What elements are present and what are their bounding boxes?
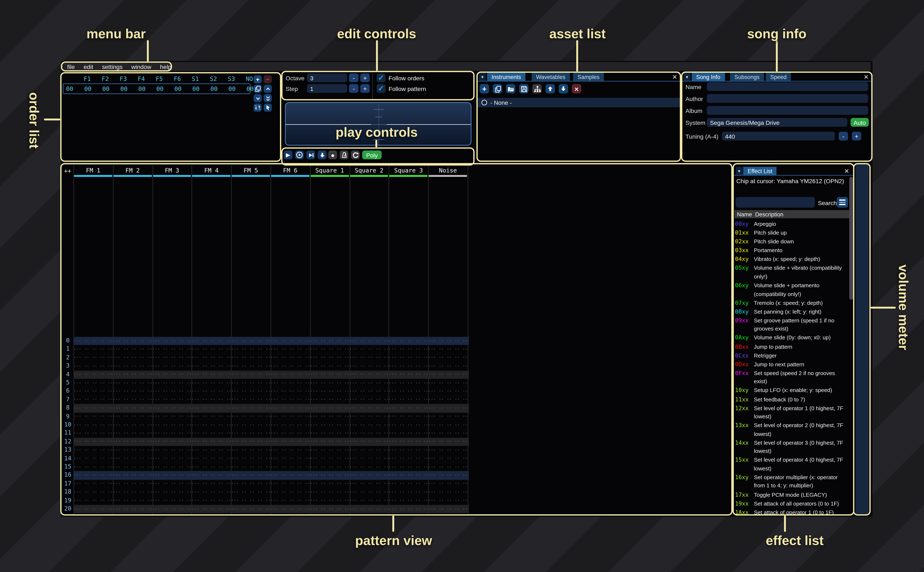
tab-instruments[interactable]: Instruments xyxy=(487,73,525,81)
pattern-cell[interactable]: ··· ·· ·· ·· ·· xyxy=(428,480,467,488)
asset-list-collapse-button[interactable]: ▼ xyxy=(479,73,486,81)
effect-row[interactable]: 0FxxSet speed (speed 2 if no grooves exi… xyxy=(735,369,851,386)
pattern-cell[interactable]: ··· ·· ·· ·· ·· xyxy=(310,396,349,404)
pattern-cell[interactable]: ··· ·· ·· ·· ·· xyxy=(271,337,310,345)
pattern-cell[interactable]: ··· ·· ·· ·· ·· xyxy=(349,345,389,354)
order-column-S3[interactable]: S3 xyxy=(225,75,238,82)
pattern-cell[interactable]: ··· ·· ·· ·· ·· xyxy=(192,446,231,454)
tab-wavetables[interactable]: Wavetables xyxy=(532,73,570,81)
pattern-cell[interactable]: ··· ·· ·· ·· ·· xyxy=(310,454,349,463)
order-row-selected[interactable]: 0000000000000000000000 xyxy=(63,84,251,94)
pattern-row[interactable]: 7··· ·· ·· ·· ····· ·· ·· ·· ····· ·· ··… xyxy=(62,396,731,404)
pattern-cell[interactable]: ··· ·· ·· ·· ·· xyxy=(389,387,428,396)
pattern-cell[interactable]: ··· ·· ·· ·· ·· xyxy=(231,471,271,480)
pattern-cell[interactable]: ··· ·· ·· ·· ·· xyxy=(349,404,389,412)
pattern-cell[interactable]: ··· ·· ·· ·· ·· xyxy=(349,387,389,396)
poly-button[interactable]: Poly xyxy=(362,151,382,159)
effect-row[interactable]: 09xxSet groove pattern (speed 1 if no gr… xyxy=(735,317,851,334)
pattern-cell[interactable]: ··· ·· ·· ·· ·· xyxy=(428,488,467,497)
pattern-cell[interactable]: ··· ·· ·· ·· ·· xyxy=(113,421,152,429)
pattern-cell[interactable]: ··· ·· ·· ·· ·· xyxy=(271,412,310,421)
channel-header-fm-3[interactable]: FM 3 xyxy=(152,167,192,174)
pattern-cell[interactable]: ··· ·· ·· ·· ·· xyxy=(389,379,428,387)
pattern-cell[interactable]: ··· ·· ·· ·· ·· xyxy=(310,370,349,379)
effect-row[interactable]: 03xxPortamento xyxy=(735,247,851,255)
pattern-cell[interactable]: ··· ·· ·· ·· ·· xyxy=(271,387,310,396)
pattern-cell[interactable]: ··· ·· ·· ·· ·· xyxy=(389,505,428,513)
pattern-cell[interactable]: ··· ·· ·· ·· ·· xyxy=(271,379,310,387)
pattern-cell[interactable]: ··· ·· ·· ·· ·· xyxy=(271,370,310,379)
pattern-cell[interactable]: ··· ·· ·· ·· ·· xyxy=(231,505,271,513)
pattern-cell[interactable]: ··· ·· ·· ·· ·· xyxy=(192,404,231,412)
pattern-cell[interactable]: ··· ·· ·· ·· ·· xyxy=(113,438,152,446)
song-info-close-icon[interactable]: × xyxy=(864,74,869,80)
pattern-cell[interactable]: ··· ·· ·· ·· ·· xyxy=(113,497,152,505)
pattern-cell[interactable]: ··· ·· ·· ·· ·· xyxy=(113,354,152,362)
order-column-F4[interactable]: F4 xyxy=(135,75,148,82)
effect-row[interactable]: 12xxSet level of operator 1 (0 highest, … xyxy=(735,404,851,421)
pattern-cell[interactable]: ··· ·· ·· ·· ·· xyxy=(231,480,271,488)
pattern-cell[interactable]: ··· ·· ·· ·· ·· xyxy=(152,412,192,421)
pattern-cell[interactable]: ··· ·· ·· ·· ·· xyxy=(113,370,152,379)
order-column-S1[interactable]: S1 xyxy=(189,75,202,82)
step-increment-button[interactable]: + xyxy=(360,84,370,93)
pattern-cell[interactable]: ··· ·· ·· ·· ·· xyxy=(113,429,152,438)
pattern-cell[interactable]: ··· ·· ·· ·· ·· xyxy=(389,404,428,412)
pattern-cell[interactable]: ··· ·· ·· ·· ·· xyxy=(271,505,310,513)
pattern-row[interactable]: 15··· ·· ·· ·· ····· ·· ·· ·· ····· ·· ·… xyxy=(62,463,731,471)
effect-row[interactable]: 19xxSet attack of all operators (0 to 1F… xyxy=(735,500,851,508)
channel-header-square-3[interactable]: Square 3 xyxy=(389,167,428,174)
effect-row[interactable]: 07xyTremolo (x: speed; y: depth) xyxy=(735,299,851,308)
pattern-cell[interactable]: ··· ·· ·· ·· ·· xyxy=(113,404,152,412)
pattern-cell[interactable]: ··· ·· ·· ·· ·· xyxy=(73,396,113,404)
step-one-row-button[interactable] xyxy=(318,151,326,159)
pattern-row[interactable]: 2··· ·· ·· ·· ····· ·· ·· ·· ····· ·· ··… xyxy=(62,354,731,362)
pattern-cell[interactable]: ··· ·· ·· ·· ·· xyxy=(231,497,271,505)
effect-row[interactable]: 10xySetup LFO (x: enable; y: speed) xyxy=(735,387,851,395)
pattern-cell[interactable]: ··· ·· ·· ·· ·· xyxy=(349,454,389,463)
pattern-cell[interactable]: ··· ·· ·· ·· ·· xyxy=(231,370,271,379)
pattern-cell[interactable]: ··· ·· ·· ·· ·· xyxy=(349,488,389,497)
tab-samples[interactable]: Samples xyxy=(573,73,604,81)
pattern-cell[interactable]: ··· ·· ·· ·· ·· xyxy=(152,471,192,480)
order-cell[interactable]: 00 xyxy=(136,85,148,92)
pattern-cell[interactable]: ··· ·· ·· ·· ·· xyxy=(192,421,231,429)
pattern-cell[interactable]: ··· ·· ·· ·· ·· xyxy=(428,446,467,454)
pattern-row[interactable]: 20··· ·· ·· ·· ····· ·· ·· ·· ····· ·· ·… xyxy=(62,505,731,513)
octave-input[interactable]: 3 xyxy=(307,73,347,82)
order-move-up-button[interactable] xyxy=(263,85,272,93)
pattern-cell[interactable]: ··· ·· ·· ·· ·· xyxy=(310,488,349,497)
pattern-cell[interactable]: ··· ·· ·· ·· ·· xyxy=(231,463,271,471)
tuning-decrement-button[interactable]: - xyxy=(838,132,848,140)
pattern-cell[interactable]: ··· ·· ·· ·· ·· xyxy=(73,337,113,345)
effect-row[interactable]: 15xxSet level of operator 4 (0 highest, … xyxy=(735,456,851,473)
pattern-cell[interactable]: ··· ·· ·· ·· ·· xyxy=(310,387,349,396)
pattern-cell[interactable]: ··· ·· ·· ·· ·· xyxy=(152,337,192,345)
pattern-cell[interactable]: ··· ·· ·· ·· ·· xyxy=(428,463,467,471)
order-remove-button[interactable]: − xyxy=(263,75,272,84)
pattern-cell[interactable]: ··· ·· ·· ·· ·· xyxy=(152,497,192,505)
stop-button[interactable]: ● xyxy=(328,151,337,159)
system-auto-button[interactable]: Auto xyxy=(851,118,869,127)
pattern-cell[interactable]: ··· ·· ·· ·· ·· xyxy=(310,379,349,387)
tab-speed[interactable]: Speed xyxy=(766,73,791,81)
pattern-cell[interactable]: ··· ·· ·· ·· ·· xyxy=(428,471,467,480)
pattern-cell[interactable]: ··· ·· ·· ·· ·· xyxy=(73,345,113,354)
pattern-cell[interactable]: ··· ·· ·· ·· ·· xyxy=(73,354,113,362)
pattern-cell[interactable]: ··· ·· ·· ·· ·· xyxy=(152,429,192,438)
channel-header-fm-2[interactable]: FM 2 xyxy=(113,167,152,174)
pattern-cell[interactable]: ··· ·· ·· ·· ·· xyxy=(428,337,467,345)
pattern-cell[interactable]: ··· ·· ·· ·· ·· xyxy=(73,362,113,370)
pattern-cell[interactable]: ··· ·· ·· ·· ·· xyxy=(310,438,349,446)
order-column-F6[interactable]: F6 xyxy=(171,75,184,82)
effect-row[interactable]: 0DxxJump to next pattern xyxy=(735,361,851,369)
tab-subsongs[interactable]: Subsongs xyxy=(730,73,764,81)
pattern-cell[interactable]: ··· ·· ·· ·· ·· xyxy=(113,463,152,471)
pattern-cell[interactable]: ··· ·· ·· ·· ·· xyxy=(231,345,271,354)
pattern-cell[interactable]: ··· ·· ·· ·· ·· xyxy=(271,396,310,404)
asset-add-button[interactable]: + xyxy=(480,84,489,93)
pattern-cell[interactable]: ··· ·· ·· ·· ·· xyxy=(152,370,192,379)
tuning-increment-button[interactable]: + xyxy=(852,132,861,140)
pattern-row[interactable]: 0··· ·· ·· ·· ····· ·· ·· ·· ····· ·· ··… xyxy=(62,337,731,345)
pattern-cell[interactable]: ··· ·· ·· ·· ·· xyxy=(192,429,231,438)
